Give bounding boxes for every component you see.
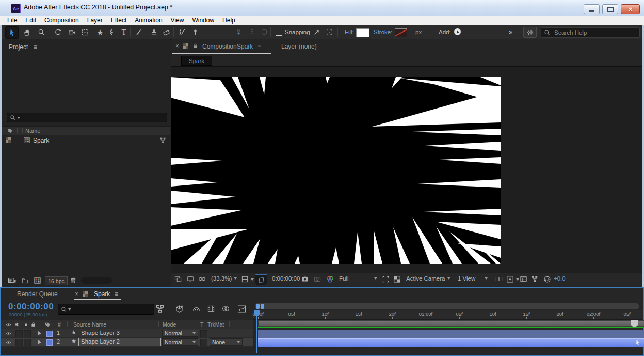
roto-brush-tool-button[interactable] — [175, 26, 188, 38]
composition-tab-label[interactable]: Composition — [202, 43, 237, 50]
vr-view-button[interactable] — [198, 275, 206, 283]
snapping-checkbox[interactable] — [276, 29, 282, 36]
menu-animation[interactable]: Animation — [131, 17, 166, 24]
menu-file[interactable]: File — [3, 17, 21, 24]
bit-depth-button[interactable]: 16 bpc — [45, 276, 68, 285]
puppet-position-pin-button[interactable] — [232, 26, 245, 38]
composition-canvas[interactable] — [171, 77, 501, 264]
clone-stamp-tool-button[interactable] — [148, 26, 160, 38]
index-column-header[interactable]: # — [58, 321, 61, 328]
time-ruler[interactable]: 0:00f05f10f15f20f01:00f05f10f15f20f02:00… — [253, 310, 643, 320]
hand-tool-button[interactable] — [21, 26, 33, 38]
menu-window[interactable]: Window — [188, 17, 218, 24]
preserve-transparency-column-header[interactable]: T — [200, 321, 203, 328]
new-composition-icon[interactable] — [34, 277, 41, 284]
show-snapshot-button[interactable] — [313, 275, 321, 283]
graph-editor-button[interactable] — [237, 305, 246, 313]
audio-cell[interactable] — [15, 330, 23, 337]
preserve-transparency-checkbox[interactable] — [200, 339, 207, 346]
shape-tool-button[interactable]: ★ — [94, 26, 106, 38]
layer-color-swatch[interactable] — [46, 339, 53, 346]
workspace-switcher-button[interactable] — [523, 27, 537, 38]
frame-blending-button[interactable] — [207, 305, 215, 313]
zoom-tool-button[interactable] — [35, 26, 47, 38]
layer-row-2[interactable]: 2 ★ Shape Layer 2 Normal None — [1, 338, 253, 347]
navigator-start-handle[interactable] — [256, 304, 260, 309]
navigator-end-handle[interactable] — [261, 304, 264, 309]
close-tab-icon[interactable]: × — [75, 290, 78, 298]
magnification-dropdown[interactable]: (33.3%) — [211, 275, 237, 282]
selection-tool-button[interactable] — [5, 26, 19, 39]
grid-guides-button[interactable] — [241, 275, 254, 283]
solo-icon[interactable] — [23, 322, 29, 328]
fill-color-swatch[interactable] — [356, 28, 369, 37]
project-search-box[interactable] — [7, 113, 167, 122]
help-search-box[interactable] — [541, 27, 640, 38]
layer-bar-2[interactable] — [258, 338, 644, 347]
project-column-header[interactable]: Name — [2, 126, 170, 135]
panel-menu-icon[interactable]: ≡ — [257, 43, 261, 50]
main-viewer-button[interactable] — [186, 275, 195, 283]
comp-viewer[interactable] — [171, 66, 642, 273]
brush-tool-button[interactable] — [132, 26, 144, 38]
eye-icon[interactable] — [5, 331, 12, 336]
menu-help[interactable]: Help — [218, 17, 239, 24]
hide-shy-layers-button[interactable] — [192, 305, 201, 313]
mini-flowchart-button[interactable] — [156, 305, 164, 313]
trash-icon[interactable] — [70, 276, 77, 284]
eye-icon[interactable] — [5, 322, 12, 328]
project-panel-tab[interactable]: Project — [9, 43, 28, 51]
close-tab-icon[interactable]: × — [175, 42, 179, 50]
adjust-exposure-field[interactable]: +0.0 — [554, 275, 566, 282]
timeline-search-box[interactable] — [58, 304, 154, 315]
always-preview-view-button[interactable] — [174, 275, 182, 283]
composition-tab-name[interactable]: Spark — [237, 43, 253, 50]
layer-name[interactable]: Shape Layer 3 — [81, 330, 120, 336]
add-shape-button[interactable] — [454, 28, 461, 35]
stroke-color-swatch[interactable] — [395, 28, 407, 37]
pixel-aspect-button[interactable] — [495, 275, 503, 283]
take-snapshot-button[interactable] — [301, 275, 309, 283]
help-search-input[interactable] — [553, 29, 633, 36]
menu-composition[interactable]: Composition — [40, 17, 83, 24]
audio-cell[interactable] — [15, 339, 23, 346]
expand-arrow-icon[interactable] — [38, 331, 41, 335]
fill-label[interactable]: Fill: — [345, 29, 354, 35]
transparency-grid-button[interactable] — [393, 275, 401, 283]
current-time-display[interactable]: 0:00:00:00 — [8, 302, 54, 312]
draft-3d-button[interactable] — [175, 305, 184, 314]
minimize-button[interactable] — [584, 4, 600, 14]
trkmat-column-header[interactable]: TrkMat — [207, 321, 224, 328]
text-tool-button[interactable]: T — [118, 26, 130, 38]
show-channel-button[interactable] — [326, 275, 334, 283]
layer-name[interactable]: Shape Layer 2 — [81, 338, 120, 345]
folder-icon[interactable] — [21, 277, 29, 284]
puppet-bend-pin-button[interactable] — [258, 26, 270, 38]
solo-cell[interactable] — [24, 339, 31, 346]
speaker-icon[interactable] — [14, 321, 21, 328]
puppet-pin-tool-button[interactable] — [189, 26, 201, 38]
resolution-dropdown[interactable]: Full — [339, 275, 377, 282]
eye-icon[interactable] — [5, 339, 12, 345]
layer-bar-1[interactable] — [258, 330, 644, 338]
menu-layer[interactable]: Layer — [83, 17, 107, 24]
maximize-button[interactable] — [602, 4, 618, 14]
layer-row-1[interactable]: 1 ★ Shape Layer 3 Normal — [1, 329, 253, 338]
project-item-spark[interactable]: Spark — [2, 135, 170, 145]
snap-to-features-button[interactable] — [323, 26, 335, 38]
menu-effect[interactable]: Effect — [107, 17, 131, 24]
source-name-column-header[interactable]: Source Name — [73, 321, 106, 328]
mode-column-header[interactable]: Mode — [163, 321, 176, 328]
time-navigator-bar[interactable] — [255, 303, 639, 309]
3d-view-dropdown[interactable]: Active Camera — [406, 275, 450, 282]
eraser-tool-button[interactable] — [160, 26, 172, 38]
view-layout-dropdown[interactable]: 1 View — [458, 275, 488, 282]
timeline-comp-tab[interactable]: Spark — [94, 290, 110, 298]
camera-tool-button[interactable] — [66, 26, 78, 38]
puppet-starch-pin-button[interactable] — [246, 26, 258, 38]
comp-breadcrumb-button[interactable]: Spark — [181, 56, 212, 66]
toggle-mask-visibility-button[interactable] — [255, 274, 267, 285]
trkmat-dropdown[interactable]: None — [210, 338, 243, 346]
snap-along-edges-button[interactable] — [311, 26, 323, 38]
preserve-transparency-checkbox[interactable] — [200, 330, 207, 337]
